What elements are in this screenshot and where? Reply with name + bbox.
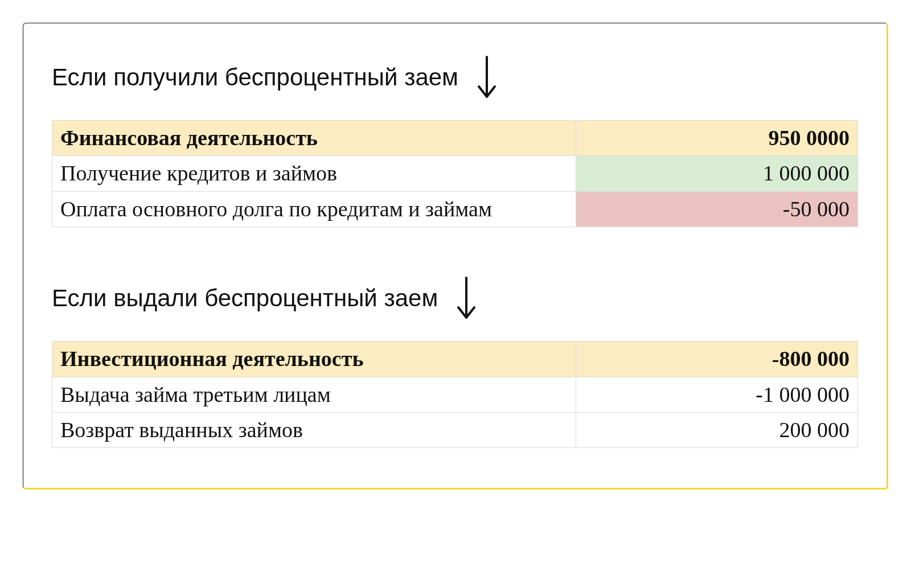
row-label: Оплата основного долга по кредитам и зай…: [52, 191, 576, 227]
table-header-row: Финансовая деятельность 950 0000: [52, 121, 858, 156]
table-row: Получение кредитов и займов 1 000 000: [52, 156, 858, 191]
table-row: Выдача займа третьим лицам -1 000 000: [52, 377, 858, 412]
section-heading-1: Если получили беспроцентный заем: [52, 55, 858, 100]
row-value: -1 000 000: [576, 377, 857, 412]
section-heading-2-text: Если выдали беспроцентный заем: [52, 285, 438, 312]
row-label: Выдача займа третьим лицам: [52, 377, 576, 412]
header-value: 950 0000: [576, 121, 857, 156]
table-row: Оплата основного долга по кредитам и зай…: [52, 191, 858, 227]
section-heading-2: Если выдали беспроцентный заем: [52, 276, 858, 321]
row-label: Получение кредитов и займов: [52, 156, 576, 191]
row-value: -50 000: [576, 191, 857, 227]
header-label: Инвестиционная деятельность: [52, 342, 576, 377]
table-header-row: Инвестиционная деятельность -800 000: [52, 342, 858, 377]
arrow-down-icon: [475, 55, 498, 100]
header-label: Финансовая деятельность: [52, 121, 576, 156]
header-value: -800 000: [576, 342, 857, 377]
table-investment-activity: Инвестиционная деятельность -800 000 Выд…: [52, 341, 858, 448]
row-label: Возврат выданных займов: [52, 412, 576, 447]
table-financial-activity: Финансовая деятельность 950 0000 Получен…: [52, 120, 858, 227]
section-heading-1-text: Если получили беспроцентный заем: [52, 64, 458, 91]
document-card: Если получили беспроцентный заем Финансо…: [23, 23, 888, 490]
row-value: 1 000 000: [576, 156, 857, 191]
arrow-down-icon: [455, 276, 478, 321]
row-value: 200 000: [576, 412, 857, 447]
table-row: Возврат выданных займов 200 000: [52, 412, 858, 447]
